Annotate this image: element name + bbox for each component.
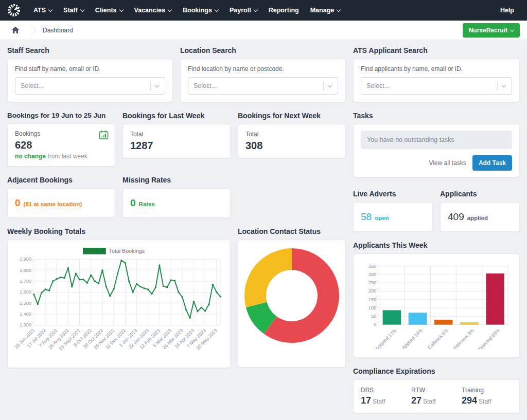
line-chart-svg: Total Bookings1,3001,4001,5001,6001,7001… [14,246,224,359]
svg-text:250: 250 [368,280,377,285]
section-title: Weekly Booking Totals [7,227,231,235]
bar-chart-svg: 050100150200250300350Accepted 17%Applied… [360,260,513,349]
compliance-item-rtw: RTW 27Staff [411,387,462,406]
spinner-logo-icon [7,4,21,17]
chevron-down-icon [119,8,123,12]
svg-text:1,500: 1,500 [20,301,31,306]
chevron-down-icon [253,8,257,12]
section-title: Live Adverts [353,190,433,198]
add-task-button[interactable]: Add Task [472,155,512,171]
nav-item-help[interactable]: Help [495,7,520,14]
compliance-item-training: Training 294Staff [462,387,512,406]
svg-text:150: 150 [368,297,377,302]
svg-text:Interview 3%: Interview 3% [452,328,475,349]
adjacent-bookings-section: Adjacent Bookings 0 (81 at same location… [7,176,115,218]
live-adverts-card: 58 open [353,202,433,232]
location-search-select[interactable]: Select... [188,77,338,95]
chevron-separator-icon [25,25,36,35]
top-navbar: ATS Staff Clients Vacancies Bookings Pay… [0,0,527,21]
applicants-week-chart: 050100150200250300350Accepted 17%Applied… [353,253,520,358]
section-title: Bookings for Last Week [122,112,231,120]
search-hint: Find location by name or postcode. [188,65,338,72]
applicant-search-select[interactable]: Select... [361,77,512,95]
nav-item-clients[interactable]: Clients [90,7,129,14]
location-contact-status-section: Location Contact Status [238,227,346,368]
nav-item-reporting[interactable]: Reporting [263,7,305,14]
svg-text:1,700: 1,700 [20,279,31,284]
stat-value: 1287 [130,139,223,152]
compliance-unit: Staff [479,398,491,405]
nav-label: Clients [95,7,117,14]
nav-item-bookings[interactable]: Bookings [177,7,224,14]
section-title: Bookings for 19 Jun to 25 Jun [7,112,115,119]
stat-value: 308 [245,139,338,152]
dashboard-content: Staff Search Find staff by name, email o… [0,40,527,420]
nav-label: Staff [63,7,78,14]
stat-label: Bookings [15,130,108,137]
chevron-down-icon [215,8,219,12]
adjacent-bookings-card: 0 (81 at same location) [7,188,115,218]
missing-rates-card: 0 Rates [122,188,231,218]
breadcrumb-home[interactable] [7,26,24,34]
svg-text:Total Bookings: Total Bookings [109,248,145,254]
chevron-down-icon [168,8,172,12]
chevron-down-icon [502,83,506,87]
chevron-down-icon [328,83,332,87]
donut-chart-svg [243,247,340,344]
applicant-search-section: ATS Applicant Search Find applicants by … [353,46,520,102]
search-hint: Find staff by name, email or ID. [15,65,165,72]
bookings-last-week-section: Bookings for Last Week Total 1287 [122,112,231,158]
tasks-section: Tasks You have no outstanding tasks View… [353,112,520,177]
org-name: NurseRecruit [469,27,507,34]
compliance-label: RTW [411,387,462,394]
nav-item-staff[interactable]: Staff [58,7,90,14]
nav-item-payroll[interactable]: Payroll [224,7,263,14]
staff-search-select[interactable]: Select... [15,77,165,95]
section-title: Compliance Expirations [353,367,520,375]
nav-item-ats[interactable]: ATS [28,7,58,14]
bookings-next-week-card: Total 308 [238,124,346,158]
org-switcher-button[interactable]: NurseRecruit [463,23,520,38]
tasks-card: You have no outstanding tasks View all t… [353,124,520,177]
breadcrumb-current[interactable]: Dashboard [43,27,73,34]
compliance-item-dbs: DBS 17Staff [361,387,411,406]
applicants-section: Applicants 409 applied [440,190,520,232]
missing-rates-section: Missing Rates 0 Rates [122,176,231,218]
compliance-label: Training [462,387,512,394]
nav-label: Bookings [183,7,212,14]
nav-item-vacancies[interactable]: Vacancies [129,7,177,14]
section-title: ATS Applicant Search [353,46,520,54]
chevron-down-icon [48,8,52,12]
section-title: Applicants This Week [353,241,520,249]
svg-text:350: 350 [368,264,377,269]
svg-text:100: 100 [368,305,377,311]
app-logo[interactable] [7,4,21,17]
bookings-week-card: Bookings 628 no change from last week [7,123,115,167]
stat-change: no change from last week [15,153,108,160]
staff-search-section: Staff Search Find staff by name, email o… [7,46,173,102]
compliance-card: DBS 17Staff RTW 27Staff Training 294Staf… [353,379,520,413]
svg-text:0: 0 [374,322,376,327]
nav-label: Reporting [269,7,299,14]
svg-text:1,300: 1,300 [20,322,31,327]
nav-item-manage[interactable]: Manage [305,7,346,14]
compliance-expirations-section: Compliance Expirations DBS 17Staff RTW 2… [353,367,520,413]
compliance-unit: Staff [423,398,435,405]
svg-text:Callback 6%: Callback 6% [427,328,449,349]
stat-value: 0 [130,197,136,209]
stat-value: 409 [448,211,464,223]
compliance-label: DBS [361,387,411,394]
breadcrumb-bar: Dashboard NurseRecruit [0,21,527,40]
live-adverts-section: Live Adverts 58 open [353,190,433,232]
compliance-unit: Staff [373,398,385,405]
location-search-card: Find location by name or postcode. Selec… [180,59,346,102]
chevron-down-icon [155,83,159,87]
applicants-this-week-section: Applicants This Week 0501001502002503003… [353,241,520,358]
view-all-tasks-link[interactable]: View all tasks [429,159,466,167]
compliance-value: 294 [462,395,477,406]
stat-value: 628 [15,139,108,151]
nav-label: Vacancies [134,7,165,14]
chevron-down-icon [337,8,341,12]
compliance-value: 17 [361,395,371,406]
nav-label: Payroll [230,7,251,14]
